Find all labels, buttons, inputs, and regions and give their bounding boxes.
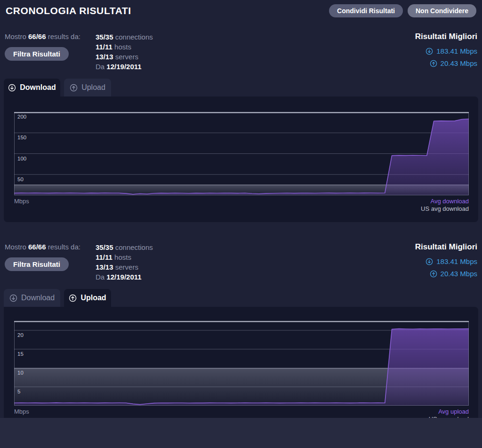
filter-stats: 35/35 connections 11/11 hosts 13/13 serv… [96, 32, 153, 72]
download-circle-icon [8, 84, 16, 92]
y-axis-unit: Mbps [14, 408, 29, 415]
date-from-value: 12/19/2011 [106, 63, 141, 71]
filter-stats: 35/35 connections 11/11 hosts 13/13 serv… [96, 242, 153, 282]
best-results-title: Risultati Migliori [415, 32, 477, 41]
results-suffix: results da: [48, 243, 80, 251]
best-download-row: 183.41 Mbps [415, 257, 477, 265]
hosts-label: hosts [114, 43, 131, 51]
servers-label: servers [115, 263, 138, 271]
y-tick-label: 10 [17, 370, 24, 376]
upload-chart: 5101520 [14, 321, 469, 406]
tab-download[interactable]: Download [4, 79, 60, 96]
legend-avg-upload: Avg upload [429, 408, 469, 416]
avg-series-area [14, 119, 469, 195]
download-chart-tabs: Download Upload [0, 79, 482, 96]
mostro-label: Mostro [5, 32, 26, 40]
download-chart-panel: 50100150200 Mbps Avg download US avg dow… [4, 96, 478, 222]
tab-upload[interactable]: Upload [64, 289, 111, 307]
best-upload-value: 20.43 Mbps [441, 59, 477, 67]
mostro-label: Mostro [5, 243, 26, 251]
hosts-value: 11/11 [96, 253, 112, 261]
hosts-label: hosts [114, 253, 131, 261]
tab-download-label: Download [21, 294, 55, 302]
date-from-value: 12/19/2011 [106, 273, 141, 281]
page-header: CRONOLOGIA RISULTATI Condividi Risultati… [0, 0, 482, 19]
connections-label: connections [115, 243, 153, 251]
header-buttons: Condividi Risultati Non Condividere [329, 4, 476, 17]
page-bottom [0, 418, 482, 448]
download-arrow-icon [426, 258, 433, 265]
y-tick-label: 20 [17, 332, 24, 338]
legend-us-avg-download: US avg download [421, 205, 469, 213]
tab-download[interactable]: Download [4, 289, 60, 307]
upload-summary-row: Mostro 66/66 results da: Filtra Risultat… [0, 242, 482, 283]
results-shown-text: Mostro 66/66 results da: [5, 32, 96, 41]
best-results: Risultati Migliori 183.41 Mbps 20.43 Mbp… [415, 32, 477, 67]
connections-value: 35/35 [96, 33, 113, 41]
legend-avg-download: Avg download [421, 198, 469, 205]
connections-label: connections [115, 33, 153, 41]
download-arrow-icon [426, 48, 433, 55]
upload-chart-tabs: Download Upload [0, 289, 482, 307]
download-summary-row: Mostro 66/66 results da: Filtra Risultat… [0, 32, 482, 72]
upload-circle-icon [70, 84, 78, 92]
best-upload-row: 20.43 Mbps [415, 270, 477, 278]
servers-label: servers [115, 53, 138, 61]
best-download-value: 183.41 Mbps [436, 47, 477, 55]
upload-arrow-icon [430, 270, 437, 278]
results-suffix: results da: [48, 32, 80, 40]
servers-value: 13/13 [96, 53, 113, 61]
download-chart: 50100150200 [14, 112, 469, 195]
y-tick-label: 100 [17, 156, 26, 161]
upload-chart-panel: 5101520 Mbps Avg upload US avg upload [4, 307, 478, 433]
tab-upload[interactable]: Upload [64, 79, 111, 96]
servers-value: 13/13 [96, 263, 113, 271]
results-shown-text: Mostro 66/66 results da: [5, 242, 96, 251]
y-tick-label: 5 [17, 389, 20, 394]
connections-value: 35/35 [96, 243, 113, 251]
y-tick-label: 150 [17, 135, 26, 140]
best-results: Risultati Migliori 183.41 Mbps 20.43 Mbp… [415, 242, 477, 278]
best-upload-value: 20.43 Mbps [441, 270, 477, 278]
best-upload-row: 20.43 Mbps [415, 59, 477, 67]
date-from-label: Da [96, 63, 104, 71]
hosts-value: 11/11 [96, 43, 112, 51]
results-count: 66/66 [28, 243, 46, 251]
best-results-title: Risultati Migliori [415, 242, 477, 252]
download-chart-legend: Avg download US avg download [421, 198, 469, 213]
unshare-button[interactable]: Non Condividere [408, 4, 476, 17]
upload-circle-icon [69, 294, 77, 302]
page-title: CRONOLOGIA RISULTATI [6, 5, 131, 16]
date-from-label: Da [96, 273, 104, 281]
y-tick-label: 50 [17, 176, 24, 182]
filter-results-button[interactable]: Filtra Risultati [5, 47, 69, 61]
y-tick-label: 15 [17, 351, 24, 357]
tab-download-label: Download [20, 83, 56, 92]
y-axis-unit: Mbps [14, 198, 29, 205]
best-download-row: 183.41 Mbps [415, 47, 477, 55]
y-tick-label: 200 [17, 114, 26, 120]
filter-results-button[interactable]: Filtra Risultati [5, 257, 69, 271]
upload-arrow-icon [430, 60, 437, 67]
download-circle-icon [9, 294, 17, 302]
tab-upload-label: Upload [81, 83, 105, 92]
share-results-button[interactable]: Condividi Risultati [329, 4, 403, 17]
best-download-value: 183.41 Mbps [436, 257, 477, 265]
tab-upload-label: Upload [80, 294, 106, 302]
results-count: 66/66 [28, 32, 46, 40]
